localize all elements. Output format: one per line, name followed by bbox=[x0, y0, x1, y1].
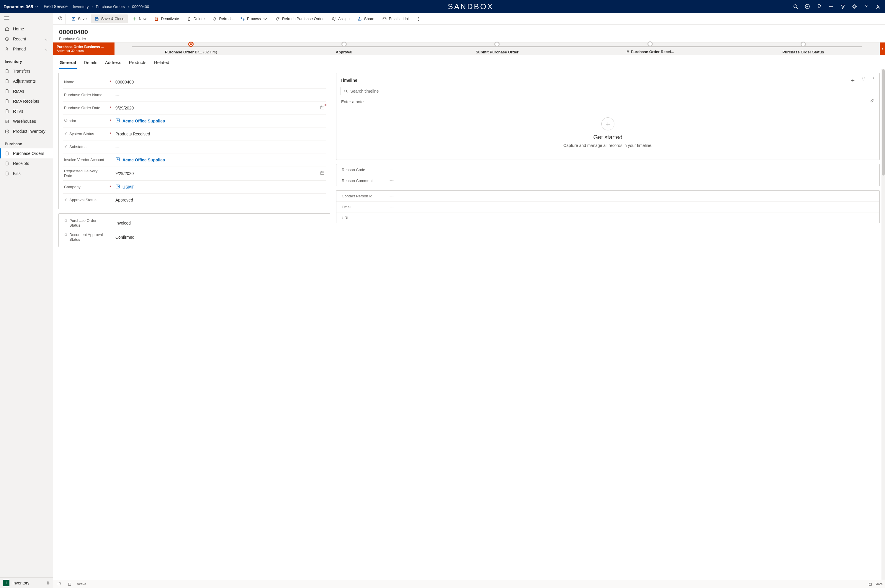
email-link-button[interactable]: Email a Link bbox=[379, 15, 413, 23]
user-icon[interactable] bbox=[875, 3, 882, 10]
field-value[interactable]: 00000400 bbox=[116, 80, 325, 84]
field-invoice-vendor[interactable]: Invoice Vendor Account Acme Office Suppl… bbox=[63, 153, 326, 166]
field-value[interactable]: Approved bbox=[116, 198, 325, 202]
calendar-icon[interactable] bbox=[320, 171, 325, 176]
field-value[interactable]: --- bbox=[390, 178, 394, 183]
scrollbar[interactable] bbox=[882, 69, 885, 580]
tab-products[interactable]: Products bbox=[128, 58, 147, 69]
app-launcher[interactable]: Dynamics 365 bbox=[3, 4, 38, 9]
field-url[interactable]: URL--- bbox=[336, 212, 879, 223]
share-button[interactable]: Share bbox=[354, 15, 378, 23]
breadcrumb-2[interactable]: Purchase Orders bbox=[96, 4, 125, 9]
gear-icon[interactable] bbox=[851, 3, 858, 10]
scrollbar-thumb[interactable] bbox=[882, 69, 885, 176]
nav-rtvs[interactable]: RTVs bbox=[0, 106, 53, 116]
bpf-stage-5[interactable]: Purchase Order Status bbox=[726, 50, 880, 54]
add-icon[interactable] bbox=[828, 3, 834, 10]
field-name[interactable]: Name * 00000400 bbox=[63, 75, 326, 88]
readonly-icon[interactable] bbox=[66, 580, 73, 588]
nav-bills[interactable]: Bills bbox=[0, 168, 53, 178]
nav-rmas[interactable]: RMAs bbox=[0, 86, 53, 96]
tab-general[interactable]: General bbox=[59, 58, 77, 69]
bpf-next-button[interactable]: › bbox=[880, 42, 885, 55]
field-approval-status[interactable]: Approval Status Approved bbox=[63, 194, 326, 207]
breadcrumb-3[interactable]: 00000400 bbox=[132, 4, 149, 9]
field-value[interactable]: --- bbox=[116, 93, 325, 98]
field-vendor[interactable]: Vendor * Acme Office Supplies bbox=[63, 114, 326, 128]
tab-related[interactable]: Related bbox=[153, 58, 170, 69]
bpf-stage-2[interactable]: Approval bbox=[268, 50, 421, 54]
bpf-stage-4[interactable]: Purchase Order Recei... bbox=[574, 50, 727, 55]
nav-purchase-orders[interactable]: Purchase Orders bbox=[0, 148, 53, 158]
refresh-po-button[interactable]: Refresh Purchase Order bbox=[272, 15, 327, 23]
field-email[interactable]: Email--- bbox=[336, 201, 879, 212]
nav-pinned[interactable]: Pinned ⌄ bbox=[0, 44, 53, 54]
breadcrumb-1[interactable]: Inventory bbox=[73, 4, 88, 9]
field-substatus[interactable]: Substatus --- bbox=[63, 140, 326, 153]
field-value[interactable]: USMF bbox=[123, 185, 134, 189]
field-value[interactable]: --- bbox=[390, 167, 394, 172]
process-button[interactable]: Process bbox=[237, 15, 271, 23]
refresh-button[interactable]: Refresh bbox=[208, 15, 236, 23]
delete-button[interactable]: Delete bbox=[183, 15, 208, 23]
field-po-name[interactable]: Purchase Order Name --- bbox=[63, 88, 326, 102]
field-company[interactable]: Company * USMF bbox=[63, 180, 326, 194]
tab-details[interactable]: Details bbox=[83, 58, 98, 69]
timeline-note-input[interactable]: Enter a note... bbox=[340, 97, 875, 106]
field-value[interactable]: --- bbox=[390, 204, 394, 209]
search-icon[interactable] bbox=[792, 3, 799, 10]
timeline-filter-button[interactable] bbox=[861, 76, 866, 84]
save-button[interactable]: Save bbox=[68, 15, 90, 23]
field-po-date[interactable]: Purchase Order Date * 9/29/2020 bbox=[63, 102, 326, 114]
task-icon[interactable] bbox=[804, 3, 811, 10]
new-button[interactable]: New bbox=[128, 15, 150, 23]
field-value[interactable]: --- bbox=[116, 145, 325, 149]
field-value[interactable]: 9/29/2020 bbox=[116, 171, 134, 176]
field-reason-comment[interactable]: Reason Comment--- bbox=[336, 175, 879, 186]
field-value[interactable]: --- bbox=[390, 194, 394, 198]
calendar-icon[interactable] bbox=[320, 105, 325, 111]
nav-transfers[interactable]: Transfers bbox=[0, 66, 53, 76]
footer-save-button[interactable]: Save bbox=[868, 582, 883, 586]
assign-button[interactable]: Assign bbox=[328, 15, 353, 23]
field-value[interactable]: Products Received bbox=[116, 132, 325, 136]
filter-icon[interactable] bbox=[840, 3, 846, 10]
help-icon[interactable] bbox=[863, 3, 870, 10]
bpf-header[interactable]: Purchase Order Business ... Active for 3… bbox=[53, 42, 109, 55]
more-commands-button[interactable]: ⋮ bbox=[414, 15, 423, 23]
attachment-icon[interactable] bbox=[870, 99, 874, 105]
field-value[interactable]: --- bbox=[390, 215, 394, 220]
nav-receipts[interactable]: Receipts bbox=[0, 158, 53, 168]
hamburger-icon[interactable] bbox=[0, 13, 53, 24]
nav-rma-receipts[interactable]: RMA Receipts bbox=[0, 96, 53, 106]
lightbulb-icon[interactable] bbox=[816, 3, 822, 10]
save-close-button[interactable]: Save & Close bbox=[91, 15, 128, 23]
field-reason-code[interactable]: Reason Code--- bbox=[336, 164, 879, 175]
field-contact-person[interactable]: Contact Person Id--- bbox=[336, 190, 879, 201]
bpf-stage-1[interactable]: Purchase Order Dr...(32 Hrs) bbox=[114, 50, 268, 54]
app-area-switcher[interactable]: I Inventory ⇅ bbox=[0, 578, 53, 588]
timeline-add-button[interactable]: ＋ bbox=[850, 76, 856, 84]
nav-adjustments[interactable]: Adjustments bbox=[0, 76, 53, 86]
add-circle-icon[interactable]: ＋ bbox=[602, 117, 614, 130]
mail-icon bbox=[382, 16, 387, 21]
field-value[interactable]: 9/29/2020 bbox=[116, 106, 134, 110]
nav-home[interactable]: Home bbox=[0, 24, 53, 34]
field-value[interactable]: Acme Office Supplies bbox=[123, 118, 165, 123]
bpf-stage-3[interactable]: Submit Purchase Order bbox=[420, 50, 574, 54]
field-label: Requested Delivery Date bbox=[64, 169, 105, 178]
tab-address[interactable]: Address bbox=[105, 58, 122, 69]
deactivate-button[interactable]: Deactivate bbox=[150, 15, 182, 23]
field-value[interactable]: Acme Office Supplies bbox=[123, 158, 165, 162]
nav-warehouses[interactable]: Warehouses bbox=[0, 116, 53, 126]
timeline-search[interactable] bbox=[340, 87, 875, 95]
timeline-search-input[interactable] bbox=[350, 89, 872, 93]
timeline-more-button[interactable]: ⋮ bbox=[871, 76, 875, 84]
popout-icon[interactable] bbox=[56, 580, 63, 588]
record-set-button[interactable] bbox=[55, 14, 66, 24]
module-name[interactable]: Field Service bbox=[44, 4, 68, 9]
field-system-status[interactable]: System Status * Products Received bbox=[63, 128, 326, 140]
nav-product-inventory[interactable]: Product Inventory bbox=[0, 126, 53, 136]
nav-recent[interactable]: Recent ⌄ bbox=[0, 34, 53, 44]
field-req-delivery[interactable]: Requested Delivery Date 9/29/2020 bbox=[63, 166, 326, 180]
